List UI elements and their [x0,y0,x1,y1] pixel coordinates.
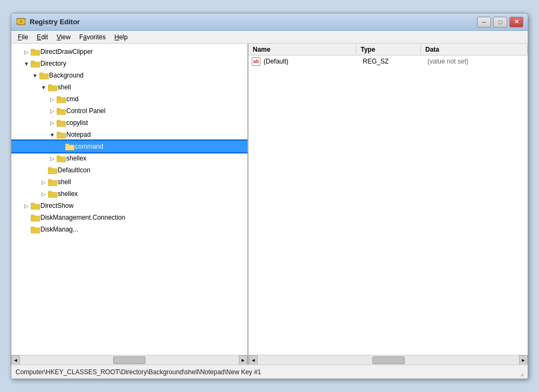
title-bar: Registry Editor ─ □ ✕ [11,13,528,31]
values-header: Name Type Data [248,44,528,55]
svg-rect-8 [31,61,34,63]
menu-bar: File Edit View Favorites Help [11,31,528,44]
tree-item-directdrawclipper[interactable]: ▷ DirectDrawClipper [11,46,247,58]
value-name-default: (Default) [264,58,358,65]
svg-rect-30 [48,191,52,193]
tree-item-diskmanagement-ctrl[interactable]: ▷ DiskManag... [11,223,247,235]
tree-hscroll[interactable]: ◄ ► [11,355,247,365]
tree-label-shellex2: shellex [58,190,78,198]
expander-directory[interactable]: ▼ [22,59,31,68]
expander-shell2[interactable]: ▷ [39,178,48,186]
expander-notepad[interactable]: ▼ [48,130,57,139]
values-hscroll-left[interactable]: ◄ [249,355,258,365]
svg-rect-12 [48,85,52,87]
expander-shellex1[interactable]: ▷ [48,154,57,163]
values-scroll[interactable]: ab (Default) REG_SZ (value not set) [248,55,528,355]
menu-edit[interactable]: Edit [32,32,52,42]
tree-item-shell2[interactable]: ▷ shell [11,176,247,188]
svg-rect-18 [57,120,60,122]
expander-cmd[interactable]: ▷ [48,95,57,103]
minimize-button[interactable]: ─ [477,17,491,27]
svg-rect-3 [16,20,18,23]
tree-item-command[interactable]: ▷ command [11,141,247,152]
menu-favorites[interactable]: Favorites [75,32,110,42]
expander-directshow[interactable]: ▷ [22,201,31,210]
menu-view[interactable]: View [52,32,75,42]
tree-item-shellex1[interactable]: ▷ shellex [11,152,247,164]
svg-rect-14 [57,96,60,99]
tree-item-shell1[interactable]: ▼ shell [11,81,247,93]
svg-rect-28 [48,179,52,181]
tree-label-notepad: Notepad [66,131,91,138]
value-icon-ab: ab [251,57,261,66]
expander-directdrawclipper[interactable]: ▷ [22,47,31,56]
svg-rect-36 [31,227,34,229]
values-hscroll-thumb[interactable] [372,356,405,364]
value-type-default: REG_SZ [358,58,423,65]
values-hscroll[interactable]: ◄ ► [248,355,528,365]
expander-shellex2[interactable]: ▷ [39,190,48,198]
tree-hscroll-right[interactable]: ► [239,355,247,365]
tree-item-diskmanagement-conn[interactable]: ▷ DiskManagement.Connection [11,212,247,223]
expander-copylist[interactable]: ▷ [48,118,57,127]
tree-label-defaulticon: DefaultIcon [58,166,91,174]
close-button[interactable]: ✕ [509,17,523,27]
tree-item-directory[interactable]: ▼ Directory [11,58,247,69]
col-header-name: Name [248,45,356,54]
tree-hscroll-track[interactable] [20,355,239,365]
tree-item-notepad[interactable]: ▼ Notepad [11,129,247,141]
maximize-button[interactable]: □ [493,17,507,27]
values-hscroll-track[interactable] [258,355,519,365]
svg-rect-22 [65,144,69,146]
folder-icon-notepad [57,130,66,139]
folder-icon-cmd [57,95,66,103]
registry-icon [16,17,26,27]
svg-point-2 [20,20,22,23]
tree-item-controlpanel[interactable]: ▷ Control Panel [11,105,247,117]
folder-icon-shell1 [48,83,58,92]
tree-pane: ▷ DirectDrawClipper ▼ Directory [11,44,248,365]
tree-label-directory: Directory [40,60,66,67]
values-pane: Name Type Data ab (Default) REG_SZ (valu… [248,44,528,365]
tree-label-shell1: shell [58,83,71,91]
tree-label-controlpanel: Control Panel [66,107,106,115]
svg-rect-10 [39,73,43,75]
status-path: Computer\HKEY_CLASSES_ROOT\Directory\Bac… [16,368,261,376]
menu-file[interactable]: File [13,32,32,42]
tree-item-shellex2[interactable]: ▷ shellex [11,188,247,200]
folder-icon-copylist [57,118,66,127]
menu-help[interactable]: Help [110,32,132,42]
resize-grip-icon [515,368,523,376]
folder-icon-diskmanagement-conn [31,213,40,222]
value-data-default: (value not set) [423,58,526,65]
expander-controlpanel[interactable]: ▷ [48,107,57,115]
folder-icon-controlpanel [57,107,66,115]
svg-rect-16 [57,108,60,110]
tree-item-defaulticon[interactable]: ▷ DefaultIcon [11,164,247,176]
folder-icon-shellex2 [48,190,58,198]
folder-icon-command [65,142,75,151]
tree-hscroll-thumb[interactable] [113,356,146,364]
folder-icon-shell2 [48,178,58,186]
expander-background[interactable]: ▼ [31,71,39,80]
tree-scroll[interactable]: ▷ DirectDrawClipper ▼ Directory [11,44,247,355]
value-row-default[interactable]: ab (Default) REG_SZ (value not set) [248,55,528,67]
tree-item-copylist[interactable]: ▷ copylist [11,117,247,129]
expander-shell1[interactable]: ▼ [39,83,48,92]
tree-label-directshow: DirectShow [40,202,73,209]
folder-icon-diskmanagement-ctrl [31,225,40,234]
svg-rect-32 [31,203,34,205]
registry-editor-window: Registry Editor ─ □ ✕ File Edit View Fav… [11,13,528,379]
folder-icon-shellex1 [57,154,66,163]
tree-item-cmd[interactable]: ▷ cmd [11,93,247,105]
ab-icon: ab [252,57,261,66]
folder-icon-directshow [31,201,40,210]
tree-label-command: command [75,143,103,150]
svg-rect-20 [57,132,60,134]
tree-label-cmd: cmd [66,95,79,103]
tree-item-background[interactable]: ▼ Background [11,69,247,81]
tree-hscroll-left[interactable]: ◄ [11,355,20,365]
values-hscroll-right[interactable]: ► [519,355,528,365]
folder-icon-directory [31,59,40,68]
tree-item-directshow[interactable]: ▷ DirectShow [11,200,247,212]
